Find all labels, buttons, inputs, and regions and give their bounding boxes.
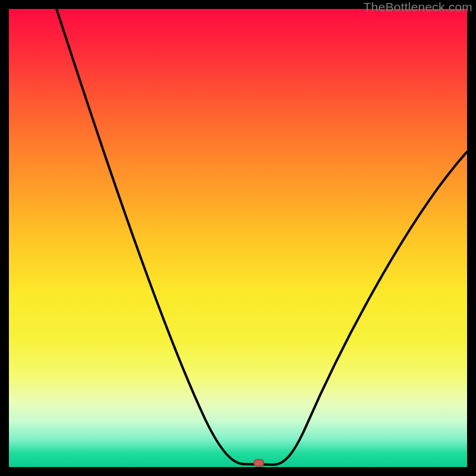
current-config-marker [253, 459, 264, 467]
bottleneck-curve [9, 9, 467, 467]
bottleneck-curve-path [57, 9, 467, 465]
chart-stage: TheBottleneck.com [0, 0, 476, 476]
watermark-text: TheBottleneck.com [364, 0, 472, 14]
plot-area [9, 9, 467, 467]
